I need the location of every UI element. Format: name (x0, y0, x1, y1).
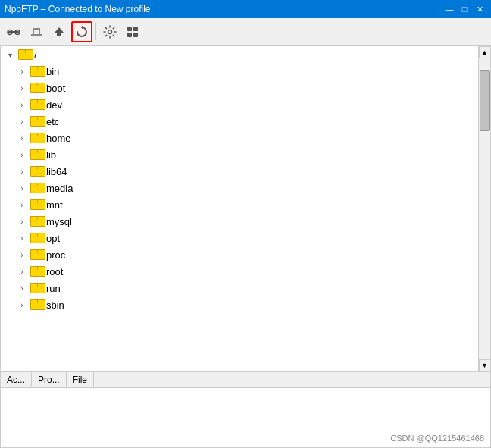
svg-rect-12 (127, 33, 132, 37)
folder-icon-lib (30, 149, 44, 160)
opt-label: opt (46, 233, 60, 244)
view-icon (126, 25, 139, 39)
file-tree: ▾ / › bin › boot › dev › (1, 46, 478, 371)
svg-rect-0 (8, 31, 19, 33)
refresh-button[interactable] (71, 21, 92, 42)
tree-item-sbin[interactable]: › sbin (1, 296, 478, 313)
svg-rect-6 (33, 28, 40, 30)
separator-1 (95, 23, 96, 40)
tree-item-run[interactable]: › run (1, 280, 478, 296)
toggle-root[interactable]: ▾ (4, 49, 16, 61)
tree-item-root[interactable]: › root (1, 263, 478, 280)
folder-icon-home (30, 133, 44, 143)
toggle-lib[interactable]: › (16, 149, 28, 161)
toggle-run[interactable]: › (16, 282, 28, 294)
tree-item-home[interactable]: › home (1, 130, 478, 146)
folder-icon-run (30, 283, 44, 293)
disconnect-button[interactable] (26, 21, 47, 42)
tab-progress[interactable]: Pro... (32, 372, 67, 387)
toggle-root-dir[interactable]: › (16, 265, 28, 277)
boot-label: boot (46, 83, 65, 94)
home-label: home (46, 133, 71, 144)
status-content: CSDN @QQ1215461468 (1, 388, 490, 447)
etc-label: etc (46, 116, 59, 127)
tree-item-lib[interactable]: › lib (1, 146, 478, 163)
tree-item-etc[interactable]: › etc (1, 113, 478, 130)
refresh-icon (75, 25, 89, 39)
proc-label: proc (46, 249, 65, 261)
svg-marker-7 (55, 27, 64, 36)
mysql-label: mysql (46, 216, 72, 227)
tree-item-boot[interactable]: › boot (1, 80, 478, 96)
window-controls: — □ ✕ (443, 2, 486, 16)
settings-icon (103, 25, 117, 39)
window-title: NppFTP – Connected to New profile (5, 4, 151, 14)
scroll-down-button[interactable]: ▼ (479, 359, 491, 371)
svg-point-9 (108, 30, 112, 33)
toggle-etc[interactable]: › (16, 115, 28, 127)
toggle-lib64[interactable]: › (16, 165, 28, 177)
tree-item-root[interactable]: ▾ / (1, 46, 478, 63)
folder-icon-opt (30, 233, 44, 243)
folder-icon-boot (30, 83, 44, 93)
toggle-mnt[interactable]: › (16, 199, 28, 211)
maximize-button[interactable]: □ (458, 2, 471, 16)
tab-action[interactable]: Ac... (1, 372, 32, 387)
tree-item-proc[interactable]: › proc (1, 246, 478, 263)
tree-item-media[interactable]: › media (1, 180, 478, 196)
toggle-sbin[interactable]: › (16, 299, 28, 311)
folder-icon-etc (30, 116, 44, 127)
svg-rect-10 (127, 27, 132, 31)
scroll-thumb[interactable] (480, 70, 490, 131)
toggle-bin[interactable]: › (16, 65, 28, 77)
scroll-up-button[interactable]: ▲ (479, 46, 491, 58)
lib64-label: lib64 (46, 166, 67, 177)
toggle-opt[interactable]: › (16, 232, 28, 244)
folder-icon-media (30, 183, 44, 193)
folder-icon-mnt (30, 199, 44, 210)
root-label: / (34, 49, 37, 61)
main-area: ▾ / › bin › boot › dev › (0, 45, 491, 448)
tree-item-mysql[interactable]: › mysql (1, 213, 478, 230)
tree-item-lib64[interactable]: › lib64 (1, 163, 478, 180)
folder-icon-bin (30, 66, 44, 77)
root-dir-label: root (46, 266, 63, 277)
up-button[interactable] (48, 21, 70, 42)
settings-button[interactable] (99, 21, 120, 42)
svg-rect-3 (31, 34, 42, 36)
toggle-boot[interactable]: › (16, 82, 28, 94)
status-tabs: Ac... Pro... File (1, 372, 490, 388)
sbin-label: sbin (46, 299, 64, 311)
tree-item-dev[interactable]: › dev (1, 96, 478, 113)
folder-icon-sbin (30, 299, 44, 310)
folder-icon-proc (30, 249, 44, 260)
disconnect-icon (30, 25, 43, 39)
media-label: media (46, 183, 73, 194)
toolbar (0, 18, 491, 45)
tree-item-mnt[interactable]: › mnt (1, 196, 478, 213)
scrollbar[interactable]: ▲ ▼ (478, 46, 490, 371)
folder-icon-dev (30, 99, 44, 110)
toggle-media[interactable]: › (16, 182, 28, 194)
toggle-mysql[interactable]: › (16, 215, 28, 227)
tree-item-opt[interactable]: › opt (1, 230, 478, 246)
connect-button[interactable] (3, 21, 24, 42)
connect-icon (7, 25, 20, 39)
folder-icon-root (18, 49, 32, 60)
view-button[interactable] (122, 21, 143, 42)
bin-label: bin (46, 66, 59, 77)
up-icon (52, 25, 66, 39)
status-area: Ac... Pro... File CSDN @QQ1215461468 (0, 372, 491, 448)
mnt-label: mnt (46, 199, 63, 211)
folder-icon-root-dir (30, 266, 44, 277)
folder-icon-lib64 (30, 166, 44, 177)
toggle-home[interactable]: › (16, 132, 28, 144)
lib-label: lib (46, 149, 56, 161)
minimize-button[interactable]: — (443, 2, 456, 16)
toggle-proc[interactable]: › (16, 249, 28, 261)
tab-file[interactable]: File (67, 372, 94, 387)
svg-rect-11 (133, 27, 138, 31)
toggle-dev[interactable]: › (16, 99, 28, 111)
tree-item-bin[interactable]: › bin (1, 63, 478, 80)
close-button[interactable]: ✕ (473, 2, 486, 16)
